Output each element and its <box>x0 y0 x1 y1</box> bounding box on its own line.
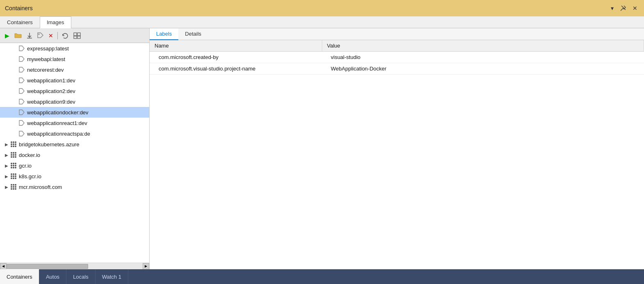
pin-button[interactable] <box>619 5 628 12</box>
delete-button[interactable]: ✕ <box>47 32 55 40</box>
tag-icon <box>18 131 25 136</box>
tree-item[interactable]: mywebapi:latest <box>0 54 149 64</box>
tree-expand-arrow[interactable]: ▶ <box>3 174 10 179</box>
col-name-header: Name <box>150 40 322 52</box>
tag-icon <box>18 88 25 94</box>
dropdown-button[interactable]: ▾ <box>609 4 615 12</box>
tree-item-label: mywebapi:latest <box>27 56 65 62</box>
svg-point-0 <box>39 34 40 35</box>
tag-icon <box>18 45 25 51</box>
title-bar-controls: ▾ ✕ <box>609 4 639 12</box>
play-button[interactable]: ▶ <box>3 32 11 40</box>
grid-icon <box>10 152 17 158</box>
tag-icon <box>18 77 25 83</box>
tree-item[interactable]: ▶ mcr.microsoft.com <box>0 182 149 192</box>
tree-item[interactable]: ▶ k8s.gcr.io <box>0 171 149 182</box>
main-window: Containers ▾ ✕ Containers Images <box>0 0 644 284</box>
tree-item[interactable]: webapplicationreactspa:de <box>0 128 149 139</box>
tree-expand-arrow[interactable]: ▶ <box>3 142 10 147</box>
tree-item[interactable]: netcorerest:dev <box>0 64 149 75</box>
body-area: ▶ <box>0 28 644 269</box>
svg-rect-4 <box>77 36 80 39</box>
tree-item[interactable]: webapplication1:dev <box>0 75 149 86</box>
tree-item-label: expressapp:latest <box>27 45 69 52</box>
tag-icon <box>18 56 25 62</box>
grid-icon <box>10 184 17 190</box>
scroll-right-button[interactable]: ▶ <box>143 263 149 270</box>
tree-item-label: webapplicationreactspa:de <box>27 131 90 137</box>
toolbar-separator <box>57 32 58 39</box>
tag-icon <box>37 32 43 39</box>
tree-item[interactable]: ▶ gcr.io <box>0 160 149 171</box>
tree-item[interactable]: webapplicationreact1:dev <box>0 118 149 128</box>
right-panel: Labels Details Name Value <box>150 28 644 269</box>
tree-item-label: bridgetokubernetes.azure <box>19 141 79 148</box>
tab-images[interactable]: Images <box>40 16 71 28</box>
grid-icon <box>10 173 17 179</box>
tree-item-label: webapplicationreact1:dev <box>27 120 87 126</box>
tree-item-selected[interactable]: webapplicationdocker:dev <box>0 107 149 118</box>
scroll-track[interactable] <box>7 264 143 269</box>
grid-icon <box>10 141 17 147</box>
tree-expand-arrow[interactable]: ▶ <box>3 164 10 168</box>
table-cell-value: visual-studio <box>322 52 644 63</box>
tree-item[interactable]: ▶ bridgetokubernetes.azure <box>0 139 149 150</box>
tab-details[interactable]: Details <box>178 28 208 40</box>
tree-expand-arrow[interactable]: ▶ <box>3 185 10 189</box>
bottom-tab-bar: Containers Autos Locals Watch 1 <box>0 269 644 284</box>
bottom-tab-locals[interactable]: Locals <box>66 269 96 284</box>
toolbar: ▶ <box>0 28 149 43</box>
tree-item-label: webapplication9:dev <box>27 99 75 105</box>
tab-labels[interactable]: Labels <box>150 28 178 40</box>
download-icon <box>27 32 32 39</box>
tree-item-label: webapplicationdocker:dev <box>27 109 89 116</box>
svg-rect-3 <box>74 36 77 39</box>
tree-item[interactable]: expressapp:latest <box>0 43 149 54</box>
table-area: Name Value com.microsoft.created-by visu… <box>150 40 644 269</box>
tree-expand-arrow[interactable]: ▶ <box>3 153 10 157</box>
close-button[interactable]: ✕ <box>631 4 639 12</box>
tree-item[interactable]: webapplication2:dev <box>0 86 149 96</box>
labels-table: Name Value com.microsoft.created-by visu… <box>150 40 644 75</box>
grid-icon <box>10 163 17 168</box>
tree-item-label: k8s.gcr.io <box>19 173 41 179</box>
bottom-tab-containers[interactable]: Containers <box>0 269 39 284</box>
tab-containers[interactable]: Containers <box>0 16 40 28</box>
tag-button[interactable] <box>36 32 45 39</box>
svg-rect-1 <box>74 33 77 36</box>
tree-item-label: mcr.microsoft.com <box>19 184 62 190</box>
window-title: Containers <box>5 5 33 11</box>
refresh-icon <box>62 32 68 39</box>
tag-icon <box>18 120 25 126</box>
tag-icon <box>18 99 25 105</box>
tree-container[interactable]: expressapp:latest mywebapi:latest <box>0 43 149 263</box>
tree-item-label: docker.io <box>19 152 40 158</box>
tag-icon <box>18 67 25 73</box>
pin-icon <box>620 5 626 11</box>
layers-icon <box>73 32 81 39</box>
title-bar: Containers ▾ ✕ <box>0 0 644 16</box>
tree-item[interactable]: ▶ docker.io <box>0 150 149 160</box>
layers-button[interactable] <box>72 32 82 40</box>
tree-item-label: gcr.io <box>19 163 32 169</box>
scroll-thumb[interactable] <box>7 264 88 269</box>
table-row[interactable]: com.microsoft.visual-studio.project-name… <box>150 63 644 75</box>
table-row[interactable]: com.microsoft.created-by visual-studio <box>150 52 644 63</box>
refresh-button[interactable] <box>60 32 70 40</box>
tree-item-label: netcorerest:dev <box>27 67 64 73</box>
bottom-tab-watch1[interactable]: Watch 1 <box>96 269 128 284</box>
table-cell-name: com.microsoft.visual-studio.project-name <box>150 63 322 75</box>
main-content: Containers Images ▶ <box>0 16 644 269</box>
download-button[interactable] <box>25 32 34 40</box>
table-cell-name: com.microsoft.created-by <box>150 52 322 63</box>
sidebar: ▶ <box>0 28 150 269</box>
tag-icon <box>18 109 25 115</box>
bottom-tab-autos[interactable]: Autos <box>39 269 66 284</box>
right-tab-bar: Labels Details <box>150 28 644 40</box>
horizontal-scrollbar[interactable]: ◀ ▶ <box>0 263 149 269</box>
tree-item-label: webapplication2:dev <box>27 88 75 94</box>
scroll-left-button[interactable]: ◀ <box>0 263 7 270</box>
folder-button[interactable] <box>13 32 23 39</box>
tree-item[interactable]: webapplication9:dev <box>0 96 149 107</box>
top-tab-bar: Containers Images <box>0 16 644 28</box>
